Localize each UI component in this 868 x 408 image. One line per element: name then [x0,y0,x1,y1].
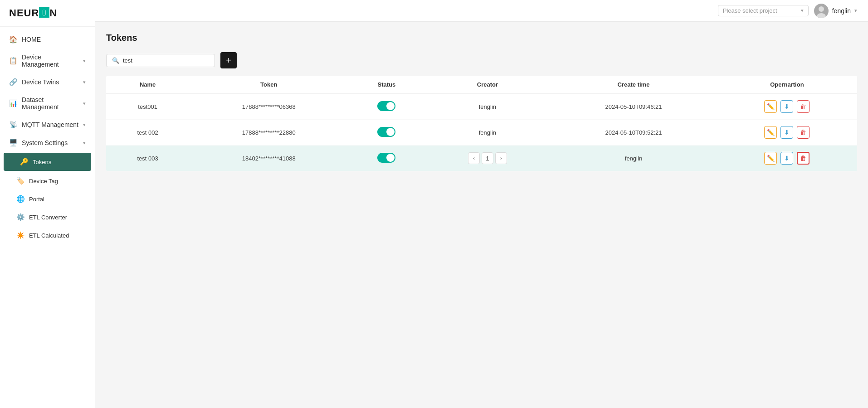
row3-status [348,146,425,171]
tokens-table: Name Token Status Creator Create time Op… [106,76,857,171]
row3-name: test 003 [106,146,189,171]
col-status: Status [348,76,425,94]
table-row: test001 17888*********06368 fenglin 2024… [106,94,857,120]
pagination-next[interactable]: › [495,152,507,164]
device-twins-icon: 🔗 [9,78,17,86]
download-button-row2[interactable]: ⬇ [780,126,793,139]
svg-point-1 [819,6,824,12]
toggle-row2[interactable] [377,127,395,137]
sidebar-item-tokens-label: Tokens [33,159,51,165]
top-header: Please select project ▾ fenglin ▾ [95,0,868,22]
device-tag-icon: 🏷️ [16,177,24,185]
col-name: Name [106,76,189,94]
edit-button-row1[interactable]: ✏️ [764,100,777,113]
pagination-current: 1 [482,152,493,164]
system-settings-icon: 🖥️ [9,139,17,147]
logo-text: NEUR🅾N [9,7,57,19]
chevron-down-icon: ▾ [801,8,804,14]
sidebar-item-home-label: HOME [22,36,41,43]
row2-creator: fenglin [425,120,550,146]
avatar-img [814,4,829,18]
row1-name: test001 [106,94,189,120]
sidebar-item-dataset-management[interactable]: 📊 Dataset Management ▾ [0,91,95,116]
table-body: test001 17888*********06368 fenglin 2024… [106,94,857,171]
project-selector[interactable]: Please select project ▾ [718,5,809,16]
sidebar-nav: 🏠 HOME 📋 Device Management ▾ 🔗 Device Tw… [0,27,95,408]
row1-actions: ✏️ ⬇ 🗑 [717,94,857,120]
delete-button-row1[interactable]: 🗑 [797,100,809,113]
user-chevron-icon: ▾ [854,8,857,14]
search-icon: 🔍 [112,57,119,64]
edit-button-row2[interactable]: ✏️ [764,126,777,139]
row1-creator: fenglin [425,94,550,120]
sidebar-item-device-twins[interactable]: 🔗 Device Twins ▾ [0,73,95,91]
avatar [814,4,829,18]
sidebar-item-tokens[interactable]: 🔑 Tokens [4,153,91,171]
action-buttons-row2: ✏️ ⬇ 🗑 [724,126,850,139]
portal-icon: 🌐 [16,195,24,203]
sidebar-item-portal-label: Portal [29,196,44,203]
chevron-down-icon: ▾ [83,101,86,107]
action-buttons-row1: ✏️ ⬇ 🗑 [724,100,850,113]
sidebar-item-mqtt-management-label: MQTT Management [22,121,78,128]
row1-create-time: 2024-05-10T09:46:21 [550,94,717,120]
user-area[interactable]: fenglin ▾ [814,4,857,18]
sidebar-item-etl-calculated-label: ETL Calculated [29,232,69,239]
table-row: test 003 18402*********41088 ‹ 1 › fengl… [106,146,857,171]
delete-button-row3[interactable]: 🗑 [797,152,809,165]
sidebar-item-etl-converter[interactable]: ⚙️ ETL Converter [0,208,95,226]
sidebar-item-device-twins-label: Device Twins [22,78,59,86]
col-token: Token [189,76,348,94]
page-content: Tokens 🔍 + Name Token Status Creator Cre… [95,22,868,408]
page-title: Tokens [106,33,857,43]
row3-pagination: ‹ 1 › [425,146,550,171]
sidebar-item-device-management[interactable]: 📋 Device Management ▾ [0,49,95,73]
search-input[interactable] [123,57,209,64]
tokens-table-container: Name Token Status Creator Create time Op… [106,76,857,171]
search-box: 🔍 [106,54,215,67]
add-button[interactable]: + [220,52,237,68]
col-operation: Opernartion [717,76,857,94]
chevron-down-icon: ▾ [83,58,86,64]
etl-calculated-icon: ✴️ [16,231,24,239]
pagination-prev[interactable]: ‹ [468,152,480,164]
col-create-time: Create time [550,76,717,94]
edit-button-row3[interactable]: ✏️ [764,152,777,165]
sidebar-item-dataset-management-label: Dataset Management [22,96,78,111]
sidebar: NEUR🅾N 🏠 HOME 📋 Device Management ▾ 🔗 De… [0,0,95,408]
etl-converter-icon: ⚙️ [16,213,24,221]
col-creator: Creator [425,76,550,94]
delete-button-row2[interactable]: 🗑 [797,126,809,139]
sidebar-item-device-management-label: Device Management [22,53,78,68]
sidebar-item-device-tag[interactable]: 🏷️ Device Tag [0,172,95,190]
sidebar-item-etl-calculated[interactable]: ✴️ ETL Calculated [0,226,95,244]
chevron-down-icon: ▾ [83,140,86,146]
tokens-icon: 🔑 [20,158,28,166]
row3-creator: fenglin [550,146,717,171]
device-management-icon: 📋 [9,57,17,65]
sidebar-item-mqtt-management[interactable]: 📡 MQTT Management ▾ [0,116,95,134]
sidebar-item-system-settings[interactable]: 🖥️ System Settings ▾ [0,134,95,152]
chevron-down-icon: ▾ [83,122,86,128]
sidebar-item-system-settings-label: System Settings [22,139,68,146]
sidebar-item-portal[interactable]: 🌐 Portal [0,190,95,208]
table-header: Name Token Status Creator Create time Op… [106,76,857,94]
row2-name: test 002 [106,120,189,146]
toggle-row3[interactable] [377,153,395,163]
sidebar-item-device-tag-label: Device Tag [29,178,58,185]
row1-status [348,94,425,120]
sidebar-item-home[interactable]: 🏠 HOME [0,30,95,49]
home-icon: 🏠 [9,35,17,44]
logo: NEUR🅾N [0,0,95,27]
download-button-row1[interactable]: ⬇ [780,100,793,113]
row1-token: 17888*********06368 [189,94,348,120]
sidebar-item-etl-converter-label: ETL Converter [29,214,67,221]
row2-token: 17888*********22880 [189,120,348,146]
row2-status [348,120,425,146]
row3-actions: ✏️ ⬇ 🗑 [717,146,857,171]
project-placeholder: Please select project [723,7,777,14]
dataset-management-icon: 📊 [9,99,17,107]
download-button-row3[interactable]: ⬇ [780,152,793,165]
row2-actions: ✏️ ⬇ 🗑 [717,120,857,146]
toggle-row1[interactable] [377,101,395,111]
